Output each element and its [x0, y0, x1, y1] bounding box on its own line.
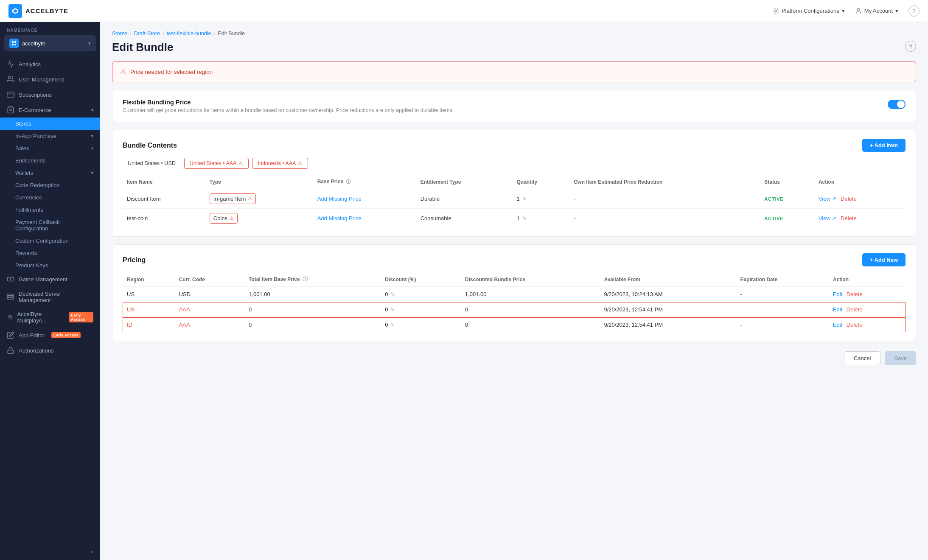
- bundle-view-0[interactable]: View ↗: [819, 196, 837, 202]
- th-entitlement-type: Entitlement Type: [416, 175, 513, 189]
- sidebar-item-app-editor[interactable]: App Editor Early Access: [0, 328, 100, 343]
- region-tab-id-aaa[interactable]: Indonesia • AAA ⚠: [252, 158, 308, 169]
- breadcrumb-bundle[interactable]: test-flexible-bundle: [167, 31, 211, 36]
- bundle-delete-0[interactable]: Delete: [841, 196, 857, 202]
- th-type: Type: [205, 175, 313, 189]
- add-item-button[interactable]: + Add Item: [862, 139, 906, 152]
- pricing-row-2: ID AAA 0 0 ✎ 0 9/20/2023, 12:54:41 PM: [123, 317, 906, 333]
- qty-edit-1[interactable]: ✎: [522, 216, 527, 221]
- page-title: Edit Bundle: [112, 41, 173, 54]
- my-account-button[interactable]: My Account ▾: [855, 8, 898, 14]
- sidebar-item-payment-callback[interactable]: Payment Callback Configuration: [0, 216, 100, 235]
- pricing-curr-2: AAA: [175, 317, 244, 333]
- total-base-info-icon[interactable]: ⓘ: [303, 276, 308, 282]
- sidebar-item-wallets[interactable]: Wallets ▾: [0, 167, 100, 179]
- add-missing-price-0[interactable]: Add Missing Price: [317, 196, 362, 202]
- sidebar-item-stores[interactable]: Stores: [0, 118, 100, 130]
- pricing-region-2: ID: [123, 317, 175, 333]
- pricing-card: Pricing + Add New Region Curr. Code Tota…: [112, 244, 916, 341]
- breadcrumb-sep-1: ›: [130, 31, 132, 36]
- bundle-item-name-1: test-coin: [123, 209, 205, 228]
- page-header: Edit Bundle ?: [112, 41, 916, 54]
- discount-edit-0[interactable]: ✎: [390, 291, 395, 297]
- sidebar-item-authorizations[interactable]: Authorizations: [0, 343, 100, 358]
- bundle-type-0: In-game Item ⚠: [205, 189, 313, 209]
- th-region: Region: [123, 272, 175, 287]
- region-tab-us-aaa[interactable]: United States • AAA ⚠: [184, 158, 249, 169]
- save-button[interactable]: Save: [885, 351, 916, 365]
- sidebar-item-ecommerce[interactable]: E-Commerce ▾: [0, 102, 100, 118]
- pricing-edit-2[interactable]: Edit: [833, 322, 842, 328]
- svg-point-3: [857, 8, 859, 11]
- base-price-info-icon[interactable]: ⓘ: [346, 179, 351, 185]
- platform-config-label: Platform Configurations: [782, 8, 839, 14]
- svg-rect-7: [14, 44, 16, 45]
- pricing-delete-1[interactable]: Delete: [847, 306, 863, 313]
- pricing-expiry-1: -: [736, 302, 828, 317]
- sidebar-item-fulfillments[interactable]: Fulfillments: [0, 204, 100, 216]
- platform-config-button[interactable]: Platform Configurations ▾: [772, 8, 845, 14]
- sidebar-item-product-keys[interactable]: Product Keys: [0, 259, 100, 272]
- pricing-actions-1: Edit Delete: [829, 302, 906, 317]
- sidebar-item-analytics[interactable]: Analytics: [0, 56, 100, 72]
- type-error-box-1: Coins ⚠: [210, 213, 238, 224]
- qty-edit-0[interactable]: ✎: [522, 196, 527, 202]
- cancel-button[interactable]: Cancel: [844, 351, 880, 365]
- game-management-label: Game Management: [19, 276, 67, 283]
- sidebar-item-accelbyte-multiplayer[interactable]: AccelByte Mulitplaye... Early Access: [0, 307, 100, 328]
- sidebar-collapse-button[interactable]: «: [0, 544, 100, 560]
- add-missing-price-1[interactable]: Add Missing Price: [317, 215, 362, 221]
- svg-rect-4: [12, 41, 14, 43]
- sidebar-item-code-redemption[interactable]: Code Redemption: [0, 179, 100, 191]
- pricing-discounted-0: 1,001.00: [461, 287, 600, 302]
- discount-edit-2[interactable]: ✎: [390, 322, 395, 328]
- breadcrumb-sep-2: ›: [163, 31, 164, 36]
- pricing-delete-0[interactable]: Delete: [847, 291, 863, 297]
- sidebar-item-subscriptions[interactable]: Subscriptions: [0, 87, 100, 102]
- svg-rect-13: [7, 294, 14, 295]
- bundle-contents-card: Bundle Contents + Add Item United States…: [112, 130, 916, 237]
- pricing-discount-1: 0 ✎: [381, 302, 461, 317]
- bundle-view-1[interactable]: View ↗: [819, 215, 837, 221]
- type-error-box-0: In-game Item ⚠: [210, 193, 256, 204]
- namespace-chevron: ▾: [88, 41, 91, 46]
- sidebar-item-rewards[interactable]: Rewards: [0, 247, 100, 259]
- pricing-edit-1[interactable]: Edit: [833, 306, 842, 313]
- discount-edit-1[interactable]: ✎: [390, 307, 395, 313]
- breadcrumb-draft-store[interactable]: Draft-Store: [134, 31, 160, 36]
- svg-rect-17: [8, 350, 14, 353]
- pricing-edit-0[interactable]: Edit: [833, 291, 842, 297]
- region-tab-us-usd[interactable]: United States • USD: [123, 158, 181, 168]
- sidebar-item-sales[interactable]: Sales ▾: [0, 142, 100, 154]
- type-error-icon-1: ⚠: [230, 216, 234, 221]
- sales-label: Sales: [15, 145, 29, 151]
- bundle-delete-1[interactable]: Delete: [841, 215, 857, 221]
- sidebar-item-entitlements[interactable]: Entitlements: [0, 154, 100, 167]
- subscriptions-label: Subscriptions: [19, 92, 52, 98]
- pricing-discount-0: 0 ✎: [381, 287, 461, 302]
- sidebar-item-game-management[interactable]: Game Management: [0, 272, 100, 287]
- sidebar-item-user-management[interactable]: User Management: [0, 72, 100, 87]
- pricing-total-base-2: 0: [244, 317, 381, 333]
- pricing-delete-2[interactable]: Delete: [847, 322, 863, 328]
- page-help-icon[interactable]: ?: [905, 41, 916, 52]
- add-new-pricing-button[interactable]: + Add New: [862, 253, 906, 266]
- pricing-curr-1: AAA: [175, 302, 244, 317]
- namespace-selector[interactable]: accelbyte ▾: [4, 35, 96, 51]
- pricing-total-base-1: 0: [244, 302, 381, 317]
- help-icon[interactable]: ?: [908, 6, 920, 17]
- sidebar-item-custom-config[interactable]: Custom Configuration: [0, 235, 100, 247]
- flexible-bundling-toggle[interactable]: [888, 100, 906, 109]
- sidebar-item-currencies[interactable]: Currencies: [0, 191, 100, 204]
- svg-rect-9: [7, 92, 14, 97]
- dedicated-server-label: Dedicated Server Management: [19, 291, 93, 303]
- logo-text: ACCELBYTE: [25, 7, 68, 14]
- th-own-item: Own Item Estimated Price Reduction: [569, 175, 760, 189]
- th-total-base: Total Item Base Price ⓘ: [244, 272, 381, 287]
- bundle-entitlement-1: Consumable: [416, 209, 513, 228]
- sidebar-item-in-app-purchase[interactable]: In-App Purchase ▾: [0, 130, 100, 142]
- breadcrumb-stores[interactable]: Stores: [112, 31, 127, 36]
- user-management-label: User Management: [19, 76, 64, 83]
- pricing-expiry-2: -: [736, 317, 828, 333]
- sidebar-item-dedicated-server[interactable]: Dedicated Server Management: [0, 287, 100, 307]
